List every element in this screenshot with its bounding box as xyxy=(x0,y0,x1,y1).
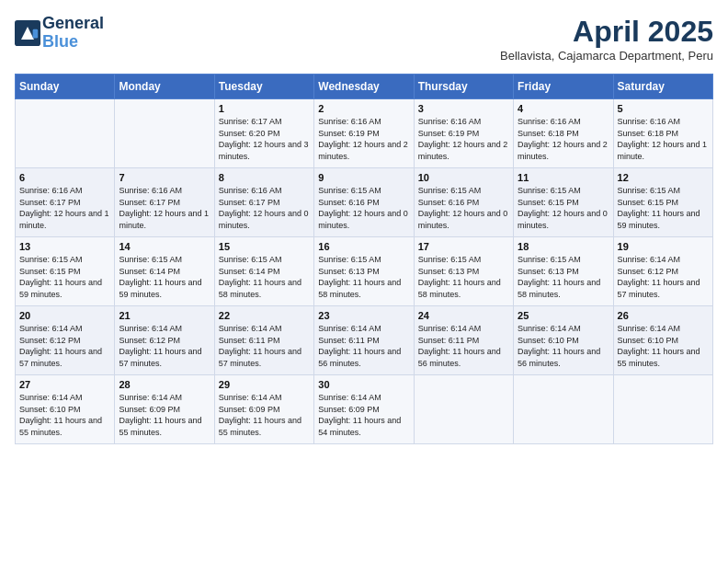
calendar-cell: 1Sunrise: 6:17 AM Sunset: 6:20 PM Daylig… xyxy=(214,99,313,168)
day-info: Sunrise: 6:16 AM Sunset: 6:18 PM Dayligh… xyxy=(518,116,609,162)
calendar-cell: 15Sunrise: 6:15 AM Sunset: 6:14 PM Dayli… xyxy=(214,237,313,306)
day-number: 16 xyxy=(318,241,409,252)
day-info: Sunrise: 6:15 AM Sunset: 6:14 PM Dayligh… xyxy=(219,254,310,300)
day-number: 14 xyxy=(119,241,210,252)
calendar-cell: 10Sunrise: 6:15 AM Sunset: 6:16 PM Dayli… xyxy=(414,168,513,237)
day-info: Sunrise: 6:14 AM Sunset: 6:12 PM Dayligh… xyxy=(119,323,210,369)
day-info: Sunrise: 6:16 AM Sunset: 6:17 PM Dayligh… xyxy=(219,185,310,231)
day-info: Sunrise: 6:15 AM Sunset: 6:13 PM Dayligh… xyxy=(518,254,609,300)
header-row: SundayMondayTuesdayWednesdayThursdayFrid… xyxy=(16,75,713,99)
calendar-cell: 27Sunrise: 6:14 AM Sunset: 6:10 PM Dayli… xyxy=(16,375,115,444)
location: Bellavista, Cajamarca Department, Peru xyxy=(500,49,713,63)
day-number: 27 xyxy=(19,379,110,390)
day-info: Sunrise: 6:15 AM Sunset: 6:16 PM Dayligh… xyxy=(318,185,409,231)
day-info: Sunrise: 6:16 AM Sunset: 6:17 PM Dayligh… xyxy=(119,185,210,231)
day-number: 5 xyxy=(618,103,709,114)
day-number: 6 xyxy=(19,172,110,183)
logo-text: General Blue xyxy=(42,15,104,52)
header-day-sunday: Sunday xyxy=(16,75,115,99)
day-info: Sunrise: 6:15 AM Sunset: 6:14 PM Dayligh… xyxy=(119,254,210,300)
header-day-friday: Friday xyxy=(514,75,613,99)
week-row-4: 20Sunrise: 6:14 AM Sunset: 6:12 PM Dayli… xyxy=(16,306,713,375)
day-number: 7 xyxy=(119,172,210,183)
calendar-cell: 29Sunrise: 6:14 AM Sunset: 6:09 PM Dayli… xyxy=(214,375,313,444)
calendar-cell: 17Sunrise: 6:15 AM Sunset: 6:13 PM Dayli… xyxy=(414,237,513,306)
day-number: 10 xyxy=(418,172,509,183)
day-number: 13 xyxy=(19,241,110,252)
calendar-cell: 5Sunrise: 6:16 AM Sunset: 6:18 PM Daylig… xyxy=(613,99,712,168)
day-info: Sunrise: 6:15 AM Sunset: 6:13 PM Dayligh… xyxy=(318,254,409,300)
day-info: Sunrise: 6:14 AM Sunset: 6:11 PM Dayligh… xyxy=(318,323,409,369)
day-number: 23 xyxy=(318,310,409,321)
calendar-cell: 8Sunrise: 6:16 AM Sunset: 6:17 PM Daylig… xyxy=(214,168,313,237)
calendar-cell: 12Sunrise: 6:15 AM Sunset: 6:15 PM Dayli… xyxy=(613,168,712,237)
day-number: 8 xyxy=(219,172,310,183)
month-title: April 2025 xyxy=(500,15,713,49)
day-info: Sunrise: 6:15 AM Sunset: 6:15 PM Dayligh… xyxy=(518,185,609,231)
calendar-cell: 13Sunrise: 6:15 AM Sunset: 6:15 PM Dayli… xyxy=(16,237,115,306)
title-block: April 2025 Bellavista, Cajamarca Departm… xyxy=(500,15,713,63)
logo: General Blue xyxy=(15,15,104,52)
day-number: 20 xyxy=(19,310,110,321)
calendar-header: SundayMondayTuesdayWednesdayThursdayFrid… xyxy=(16,75,713,99)
day-info: Sunrise: 6:14 AM Sunset: 6:10 PM Dayligh… xyxy=(518,323,609,369)
header-day-monday: Monday xyxy=(115,75,214,99)
day-number: 12 xyxy=(618,172,709,183)
day-info: Sunrise: 6:15 AM Sunset: 6:13 PM Dayligh… xyxy=(418,254,509,300)
day-number: 15 xyxy=(219,241,310,252)
week-row-3: 13Sunrise: 6:15 AM Sunset: 6:15 PM Dayli… xyxy=(16,237,713,306)
calendar-cell: 21Sunrise: 6:14 AM Sunset: 6:12 PM Dayli… xyxy=(115,306,214,375)
svg-rect-2 xyxy=(33,29,39,39)
logo-icon xyxy=(15,20,40,46)
calendar-cell: 4Sunrise: 6:16 AM Sunset: 6:18 PM Daylig… xyxy=(514,99,613,168)
week-row-1: 1Sunrise: 6:17 AM Sunset: 6:20 PM Daylig… xyxy=(16,99,713,168)
day-info: Sunrise: 6:14 AM Sunset: 6:09 PM Dayligh… xyxy=(119,392,210,438)
calendar-cell: 18Sunrise: 6:15 AM Sunset: 6:13 PM Dayli… xyxy=(514,237,613,306)
calendar-cell: 30Sunrise: 6:14 AM Sunset: 6:09 PM Dayli… xyxy=(314,375,414,444)
day-info: Sunrise: 6:14 AM Sunset: 6:09 PM Dayligh… xyxy=(318,392,409,438)
calendar-cell: 20Sunrise: 6:14 AM Sunset: 6:12 PM Dayli… xyxy=(16,306,115,375)
day-info: Sunrise: 6:16 AM Sunset: 6:19 PM Dayligh… xyxy=(318,116,409,162)
calendar-table: SundayMondayTuesdayWednesdayThursdayFrid… xyxy=(15,74,713,444)
day-number: 26 xyxy=(618,310,709,321)
calendar-cell: 9Sunrise: 6:15 AM Sunset: 6:16 PM Daylig… xyxy=(314,168,414,237)
calendar-cell: 26Sunrise: 6:14 AM Sunset: 6:10 PM Dayli… xyxy=(613,306,712,375)
calendar-cell xyxy=(115,99,214,168)
calendar-cell: 25Sunrise: 6:14 AM Sunset: 6:10 PM Dayli… xyxy=(514,306,613,375)
calendar-cell: 7Sunrise: 6:16 AM Sunset: 6:17 PM Daylig… xyxy=(115,168,214,237)
day-number: 3 xyxy=(418,103,509,114)
day-info: Sunrise: 6:14 AM Sunset: 6:11 PM Dayligh… xyxy=(219,323,310,369)
day-number: 18 xyxy=(518,241,609,252)
calendar-cell: 11Sunrise: 6:15 AM Sunset: 6:15 PM Dayli… xyxy=(514,168,613,237)
week-row-2: 6Sunrise: 6:16 AM Sunset: 6:17 PM Daylig… xyxy=(16,168,713,237)
day-number: 24 xyxy=(418,310,509,321)
calendar-cell xyxy=(613,375,712,444)
day-number: 9 xyxy=(318,172,409,183)
day-number: 22 xyxy=(219,310,310,321)
calendar-cell: 3Sunrise: 6:16 AM Sunset: 6:19 PM Daylig… xyxy=(414,99,513,168)
day-number: 29 xyxy=(219,379,310,390)
calendar-cell xyxy=(514,375,613,444)
calendar-cell: 14Sunrise: 6:15 AM Sunset: 6:14 PM Dayli… xyxy=(115,237,214,306)
calendar-cell: 24Sunrise: 6:14 AM Sunset: 6:11 PM Dayli… xyxy=(414,306,513,375)
day-info: Sunrise: 6:14 AM Sunset: 6:10 PM Dayligh… xyxy=(19,392,110,438)
calendar-cell: 28Sunrise: 6:14 AM Sunset: 6:09 PM Dayli… xyxy=(115,375,214,444)
day-info: Sunrise: 6:17 AM Sunset: 6:20 PM Dayligh… xyxy=(219,116,310,162)
day-number: 28 xyxy=(119,379,210,390)
day-number: 25 xyxy=(518,310,609,321)
calendar-cell: 23Sunrise: 6:14 AM Sunset: 6:11 PM Dayli… xyxy=(314,306,414,375)
day-number: 30 xyxy=(318,379,409,390)
day-number: 1 xyxy=(219,103,310,114)
day-number: 21 xyxy=(119,310,210,321)
calendar-cell: 19Sunrise: 6:14 AM Sunset: 6:12 PM Dayli… xyxy=(613,237,712,306)
day-number: 2 xyxy=(318,103,409,114)
day-number: 17 xyxy=(418,241,509,252)
day-info: Sunrise: 6:14 AM Sunset: 6:09 PM Dayligh… xyxy=(219,392,310,438)
page-header: General Blue April 2025 Bellavista, Caja… xyxy=(15,15,713,63)
calendar-body: 1Sunrise: 6:17 AM Sunset: 6:20 PM Daylig… xyxy=(16,99,713,444)
week-row-5: 27Sunrise: 6:14 AM Sunset: 6:10 PM Dayli… xyxy=(16,375,713,444)
header-day-wednesday: Wednesday xyxy=(314,75,414,99)
day-number: 4 xyxy=(518,103,609,114)
day-info: Sunrise: 6:16 AM Sunset: 6:18 PM Dayligh… xyxy=(618,116,709,162)
calendar-cell xyxy=(414,375,513,444)
